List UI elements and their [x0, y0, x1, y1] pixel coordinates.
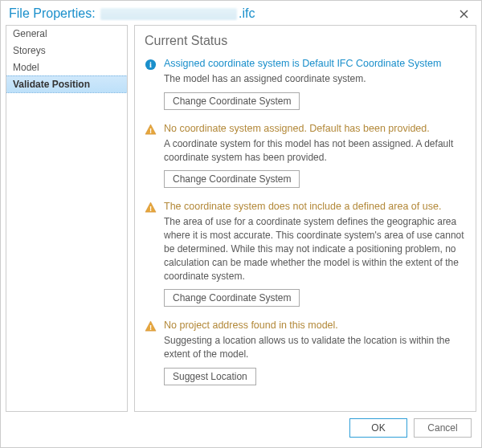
- warning-icon: !: [145, 201, 159, 307]
- status-title: No project address found in this model.: [164, 320, 466, 331]
- button-label: OK: [371, 422, 385, 434]
- status-content: The coordinate system does not include a…: [159, 201, 466, 307]
- sidebar-item-storeys[interactable]: Storeys: [6, 43, 127, 59]
- button-label: Change Coordinate System: [173, 292, 291, 303]
- button-label: Suggest Location: [173, 371, 247, 382]
- status-description: The model has an assigned coordinate sys…: [164, 72, 466, 86]
- button-label: Change Coordinate System: [173, 96, 291, 107]
- status-block: ! No coordinate system assigned. Default…: [145, 123, 466, 189]
- status-content: No project address found in this model. …: [159, 320, 466, 385]
- change-coordinate-system-button[interactable]: Change Coordinate System: [164, 170, 300, 188]
- status-description: A coordinate system for this model has n…: [164, 137, 466, 165]
- title-prefix: File Properties:: [9, 6, 96, 20]
- sidebar-item-label: Model: [13, 62, 39, 73]
- sidebar-item-label: Storeys: [13, 45, 46, 56]
- title-suffix: .ifc: [239, 6, 255, 20]
- warning-icon: !: [145, 320, 159, 385]
- dialog-footer: OK Cancel: [1, 412, 481, 444]
- svg-text:!: !: [149, 324, 152, 332]
- titlebar: File Properties: .ifc: [1, 1, 481, 25]
- status-block: ! The coordinate system does not include…: [145, 201, 466, 307]
- sidebar-item-general[interactable]: General: [6, 26, 127, 43]
- status-title: Assigned coordinate system is Default IF…: [164, 58, 466, 69]
- svg-text:!: !: [149, 127, 152, 135]
- status-title: The coordinate system does not include a…: [164, 201, 466, 212]
- status-content: Assigned coordinate system is Default IF…: [159, 58, 466, 110]
- window-title: File Properties: .ifc: [9, 6, 255, 21]
- status-block: ! No project address found in this model…: [145, 320, 466, 385]
- change-coordinate-system-button[interactable]: Change Coordinate System: [164, 289, 300, 307]
- close-button[interactable]: [454, 4, 473, 23]
- cancel-button[interactable]: Cancel: [414, 418, 472, 438]
- change-coordinate-system-button[interactable]: Change Coordinate System: [164, 92, 300, 110]
- button-label: Change Coordinate System: [173, 173, 291, 185]
- sidebar-item-label: Validate Position: [13, 79, 90, 90]
- title-filename-redacted: [100, 8, 237, 20]
- info-icon: i: [145, 58, 159, 110]
- suggest-location-button[interactable]: Suggest Location: [164, 368, 256, 385]
- status-block: i Assigned coordinate system is Default …: [145, 58, 466, 110]
- sidebar-item-label: General: [13, 28, 47, 39]
- sidebar-item-validate-position[interactable]: Validate Position: [6, 75, 128, 93]
- status-content: No coordinate system assigned. Default h…: [159, 123, 466, 189]
- ok-button[interactable]: OK: [349, 418, 407, 438]
- warning-icon: !: [145, 123, 159, 189]
- status-title: No coordinate system assigned. Default h…: [164, 123, 466, 134]
- main-panel: Current Status i Assigned coordinate sys…: [134, 25, 476, 412]
- svg-text:!: !: [149, 206, 152, 214]
- close-icon: [460, 10, 468, 18]
- status-description: The area of use for a coordinate system …: [164, 215, 466, 283]
- dialog-body: General Storeys Model Validate Position …: [1, 25, 481, 412]
- sidebar-item-model[interactable]: Model: [6, 59, 127, 76]
- button-label: Cancel: [427, 422, 457, 434]
- svg-text:i: i: [149, 60, 152, 69]
- section-heading: Current Status: [145, 34, 466, 48]
- sidebar: General Storeys Model Validate Position: [6, 25, 128, 412]
- status-description: Suggesting a location allows us to valid…: [164, 334, 466, 361]
